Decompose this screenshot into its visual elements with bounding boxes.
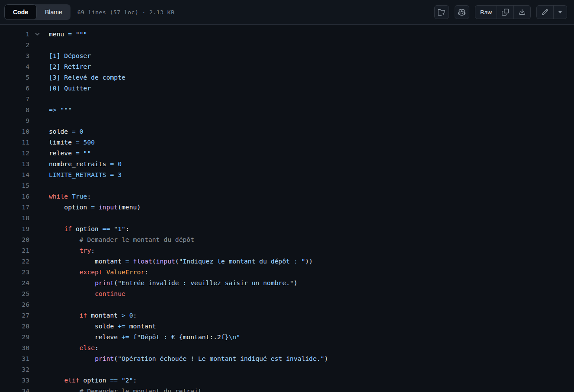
- line-number[interactable]: 1: [0, 29, 29, 39]
- fold-gutter: [29, 375, 49, 386]
- tab-blame[interactable]: Blame: [37, 4, 71, 20]
- code-text: [49, 299, 574, 310]
- line-number[interactable]: 24: [0, 277, 29, 288]
- fold-gutter: [29, 158, 49, 169]
- line-number[interactable]: 17: [0, 202, 29, 212]
- chevron-down-icon[interactable]: [34, 31, 41, 37]
- code-line: 22 montant = float(input("Indiquez le mo…: [0, 256, 574, 267]
- folder-sparkle-button[interactable]: [434, 5, 449, 19]
- line-number[interactable]: 13: [0, 158, 29, 169]
- token-pl: :: [91, 247, 95, 254]
- line-number[interactable]: 7: [0, 93, 29, 104]
- line-number[interactable]: 30: [0, 342, 29, 353]
- code-line: 31 print("Opération échouée ! Le montant…: [0, 353, 574, 364]
- fold-gutter: [29, 331, 49, 342]
- fold-gutter: [29, 126, 49, 137]
- code-line: 3[1] Déposer: [0, 50, 574, 61]
- code-line: 28 solde += montant: [0, 321, 574, 331]
- raw-copy-download-group: Raw: [475, 5, 531, 19]
- token-pl: [49, 344, 80, 351]
- code-text: [49, 180, 574, 191]
- tab-code-label: Code: [13, 9, 28, 16]
- copy-raw-button[interactable]: [497, 6, 514, 19]
- code-text: option = input(menu): [49, 202, 574, 212]
- code-text: elif option == "2":: [49, 375, 574, 386]
- line-number[interactable]: 34: [0, 386, 29, 392]
- code-text: [3] Relevé de compte: [49, 72, 574, 83]
- token-pl: menu: [49, 30, 68, 38]
- code-line: 29 releve += f"Dépôt : € {montant:.2f}\n…: [0, 331, 574, 342]
- line-number[interactable]: 28: [0, 321, 29, 331]
- line-number[interactable]: 15: [0, 180, 29, 191]
- line-number[interactable]: 19: [0, 223, 29, 234]
- token-num: 0: [129, 312, 133, 319]
- code-line: 13nombre_retraits = 0: [0, 158, 574, 169]
- code-text: montant = float(input("Indiquez le monta…: [49, 256, 574, 267]
- token-pl: [129, 333, 133, 341]
- line-number[interactable]: 29: [0, 331, 29, 342]
- line-number[interactable]: 3: [0, 50, 29, 61]
- token-pl: solde: [49, 322, 118, 330]
- code-text: solde = 0: [49, 126, 574, 137]
- token-str: "1": [114, 225, 125, 232]
- token-num: >: [122, 312, 125, 319]
- fold-toggle[interactable]: [29, 29, 49, 39]
- token-num: =>: [49, 106, 57, 113]
- code-text: nombre_retraits = 0: [49, 158, 574, 169]
- line-number[interactable]: 11: [0, 137, 29, 148]
- edit-file-button[interactable]: [537, 6, 554, 19]
- line-number[interactable]: 31: [0, 353, 29, 364]
- token-pl: [49, 312, 80, 319]
- line-number[interactable]: 25: [0, 288, 29, 299]
- line-number[interactable]: 22: [0, 256, 29, 267]
- fold-gutter: [29, 72, 49, 83]
- copilot-button[interactable]: [455, 5, 469, 19]
- code-text: [49, 364, 574, 375]
- code-line: 17 option = input(menu): [0, 202, 574, 212]
- line-number[interactable]: 8: [0, 104, 29, 115]
- download-raw-button[interactable]: [514, 6, 530, 19]
- line-number[interactable]: 6: [0, 83, 29, 93]
- token-pl: [49, 279, 95, 286]
- token-pl: {montant:.2f}: [179, 333, 229, 341]
- line-number[interactable]: 5: [0, 72, 29, 83]
- code-line: 16while True:: [0, 191, 574, 202]
- tab-code[interactable]: Code: [4, 4, 37, 20]
- token-pl: (: [152, 257, 156, 265]
- token-pl: (: [175, 257, 179, 265]
- token-pl: [129, 257, 133, 265]
- code-lines: 1menu = """23[1] Déposer4[2] Retirer5[3]…: [0, 29, 574, 392]
- code-line: 30 else:: [0, 342, 574, 353]
- code-text: print("Entrée invalide : veuillez saisir…: [49, 277, 574, 288]
- line-number[interactable]: 9: [0, 115, 29, 126]
- code-text: => """: [49, 104, 574, 115]
- token-pl: [80, 138, 83, 146]
- line-number[interactable]: 32: [0, 364, 29, 375]
- line-number[interactable]: 12: [0, 148, 29, 158]
- raw-button[interactable]: Raw: [475, 6, 497, 19]
- line-number[interactable]: 20: [0, 234, 29, 245]
- raw-button-label: Raw: [480, 9, 492, 16]
- line-number[interactable]: 23: [0, 267, 29, 277]
- line-number[interactable]: 33: [0, 375, 29, 386]
- fold-gutter: [29, 212, 49, 223]
- copy-icon: [502, 9, 509, 16]
- line-number[interactable]: 4: [0, 61, 29, 72]
- fold-gutter: [29, 256, 49, 267]
- token-str: [3] Relevé de compte: [49, 74, 125, 81]
- token-num: =: [68, 30, 72, 38]
- line-number[interactable]: 16: [0, 191, 29, 202]
- token-num: =: [110, 171, 114, 178]
- line-number[interactable]: 27: [0, 310, 29, 321]
- line-number[interactable]: 21: [0, 245, 29, 256]
- token-str: "2": [122, 376, 133, 384]
- edit-options-button[interactable]: [554, 6, 567, 19]
- line-number[interactable]: 2: [0, 39, 29, 50]
- line-number[interactable]: 26: [0, 299, 29, 310]
- code-line: 18: [0, 212, 574, 223]
- token-num: ==: [110, 376, 118, 384]
- line-number[interactable]: 10: [0, 126, 29, 137]
- token-pl: [49, 355, 95, 362]
- line-number[interactable]: 14: [0, 169, 29, 180]
- line-number[interactable]: 18: [0, 212, 29, 223]
